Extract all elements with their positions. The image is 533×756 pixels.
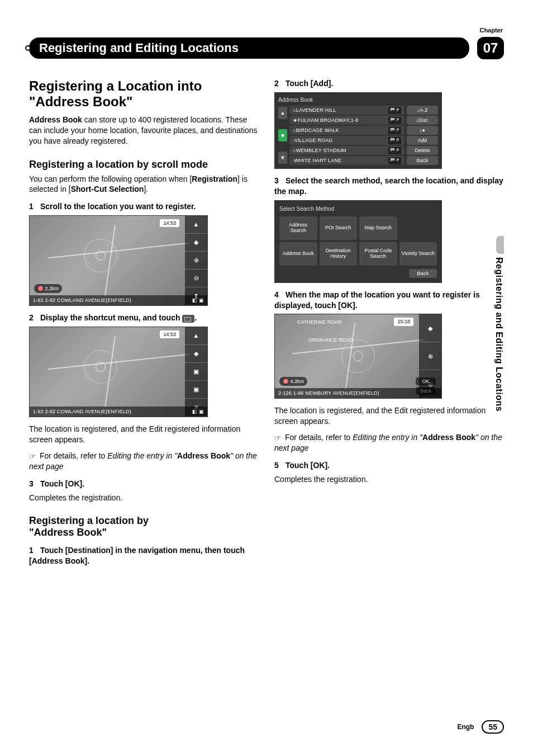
register-icon [182, 315, 194, 323]
step2-end: . [194, 313, 197, 322]
ab-step-1: 1Touch [Destination] in the navigation m… [29, 545, 259, 566]
grid-cell: Vicinity Search [399, 242, 437, 266]
grid-cell: Postal Code Search [359, 242, 397, 266]
side-btn: ↓ Dist. [407, 116, 438, 125]
s3: Touch [OK]. [40, 479, 84, 488]
side-tab-label: Registering and Editing Locations [494, 257, 504, 412]
rs2: Touch [Add]. [285, 79, 333, 88]
list-item: · VILLAGE ROAD⛿ ⚐ [289, 136, 404, 145]
grid-cell-blank [399, 216, 437, 240]
side-btn: ↓ A-Z [407, 106, 438, 115]
rcr-c: Address Book [422, 433, 475, 442]
ab-shot-title: Address Book [278, 96, 438, 104]
page-footer: Engb 55 [457, 720, 504, 734]
section-title: Registering a Location into "Address Boo… [29, 78, 259, 109]
left-step-1: 1Scroll to the location you want to regi… [29, 201, 259, 212]
chapter-number: 07 [477, 37, 504, 59]
left-step-2: 2Display the shortcut menu, and touch . [29, 313, 259, 323]
left-crossref: ☞ For details, refer to Editing the entr… [29, 451, 259, 472]
step-text: Scroll to the location you want to regis… [40, 202, 196, 211]
right-crossref: ☞ For details, refer to Editing the entr… [274, 432, 504, 453]
grid-cell: Map Search [359, 216, 397, 240]
left-step-3: 3Touch [OK]. [29, 479, 259, 489]
ss1-distance: 🎯 2.2km [34, 284, 62, 293]
t1: You can perform the following operation … [29, 174, 192, 183]
ab-s1: Touch [Destination] in the navigation me… [29, 546, 245, 565]
right-after-map: The location is registered, and the Edit… [274, 405, 504, 427]
rs5: Touch [OK]. [285, 461, 330, 470]
list-item: ⌂ LAVENDER HILL⛿ ⚐ [289, 106, 404, 115]
road-label-1: CATHERINE ROAD [297, 319, 342, 325]
pointer-icon: ☞ [29, 451, 36, 462]
pointer-icon: ☞ [274, 433, 282, 443]
step2-text: Display the shortcut menu, and touch [40, 313, 182, 322]
rcr-b: Editing the entry in " [353, 433, 422, 442]
side-btn: ↓ ● [407, 126, 438, 135]
right-step-3: 3Select the search method, search the lo… [274, 176, 504, 197]
intro-bold: Address Book [29, 115, 82, 124]
grid-cell: Address Book [279, 242, 317, 266]
map-screenshot-2: 14:53 ▲◆▣▣✕ 1-63 2-82 COWLAND AVENUE(ENF… [29, 327, 208, 417]
ab-b: "Address Book" [29, 527, 107, 538]
t5: ]. [144, 185, 148, 193]
side-btn-delete: Delete [407, 146, 438, 155]
right-step-2: 2Touch [Add]. [274, 78, 504, 89]
right-step-5-body: Completes the registration. [274, 474, 504, 485]
grid-cell: Destination History [320, 242, 358, 266]
map-screenshot-1: 14:53 ▲◆⊕⊖▮ 🎯 2.2km 1-63 2-82 COWLAND AV… [29, 215, 208, 306]
ss3-time: 15:18 [394, 318, 413, 325]
subsection-ab: Registering a location by "Address Book" [29, 515, 259, 538]
side-tab: Registering and Editing Locations [494, 236, 504, 412]
left-after-map: The location is registered, and the Edit… [29, 424, 259, 445]
right-column: 2Touch [Add]. Address Book ▲ ■ ▼ ⌂ LAVEN… [274, 78, 504, 570]
road-label-2: ORDNANCE ROAD [308, 337, 353, 343]
page-number: 55 [482, 720, 504, 734]
rs4: When the map of the location you want to… [274, 290, 480, 310]
scroll-intro: You can perform the following operation … [29, 174, 259, 195]
t4: Short-Cut Selection [71, 185, 144, 193]
cr-a: For details, refer to [40, 451, 107, 460]
ok-button: OK [416, 377, 436, 385]
map-screenshot-3: CATHERINE ROAD ORDNANCE ROAD 15:18 ◆⊕⊖ 🎯… [274, 314, 442, 399]
grid-cell: Address Search [279, 216, 317, 240]
chapter-label: Chapter [29, 27, 504, 34]
page-title: Registering and Editing Locations [29, 37, 469, 59]
rs3: Select the search method, search the loc… [274, 176, 503, 196]
title-line-2: "Address Book" [29, 94, 132, 109]
address-book-screenshot: Address Book ▲ ■ ▼ ⌂ LAVENDER HILL⛿ ⚐ ★ … [274, 92, 442, 169]
rcr-a: For details, refer to [285, 433, 353, 442]
ss2-time: 14:53 [160, 330, 179, 338]
list-item: ⌂ WEMBLEY STADIUM⛿ ⚐ [289, 146, 404, 155]
right-step-5: 5Touch [OK]. [274, 460, 504, 471]
right-step-4: 4When the map of the location you want t… [274, 290, 504, 311]
t2: Registration [192, 174, 237, 183]
ss1-address: 1-63 2-82 COWLAND AVENUE(ENFIELD) [33, 297, 131, 304]
ss3-address: 2-126 1-96 NEWBURY AVENUE(ENFIELD) [278, 390, 379, 396]
ss2-address: 1-63 2-82 COWLAND AVENUE(ENFIELD) [33, 408, 131, 415]
cr-c: Address Book [177, 451, 230, 460]
ss1-time: 14:53 [160, 219, 179, 227]
list-item: ⌂ BIRDCAGE WALK⛿ ⚐ [289, 126, 404, 135]
footer-lang: Engb [457, 723, 474, 731]
search-method-screenshot: Select Search Method Address Search POI … [274, 200, 442, 283]
title-line-1: Registering a Location into [29, 78, 202, 93]
cr-b: Editing the entry in " [107, 451, 177, 460]
ss3-distance: 🎯 4.2km [279, 377, 307, 386]
sm-title: Select Search Method [279, 205, 437, 213]
left-step-3-body: Completes the registration. [29, 493, 259, 503]
ab-a: Registering a location by [29, 515, 149, 526]
sm-back: Back [409, 269, 437, 278]
side-btn-add: Add [407, 136, 438, 145]
list-item: ★ FULHAM BROADWAY,1-8⛿ ⚐ [289, 116, 404, 125]
left-column: Registering a Location into "Address Boo… [29, 78, 259, 570]
page-header: Registering and Editing Locations 07 [29, 37, 504, 59]
subsection-scroll: Registering a location by scroll mode [29, 159, 259, 171]
grid-cell: POI Search [320, 216, 358, 240]
side-btn-back: Back [407, 156, 438, 165]
list-item: · WHITE HART LANE⛿ ⚐ [289, 156, 404, 165]
intro-paragraph: Address Book can store up to 400 registe… [29, 115, 259, 147]
